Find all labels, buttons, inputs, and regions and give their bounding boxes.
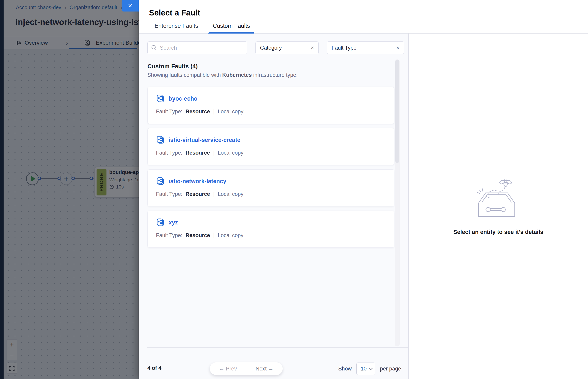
fault-copy-label: Local copy [218,150,243,156]
close-icon: × [128,1,132,10]
faults-list-panel: Category × Fault Type × Custom Faults (4… [139,33,409,379]
prev-button[interactable]: ← Prev [210,362,246,375]
fault-tabs: Enterprise Faults Custom Faults [139,22,588,33]
tab-enterprise-faults[interactable]: Enterprise Faults [154,23,199,33]
pagination: 4 of 4 ← Prev Next → Show 10 per page [139,348,408,379]
close-button[interactable]: × [122,0,139,12]
fault-template-icon [156,136,165,144]
fault-type-value: Resource [185,150,210,156]
category-filter[interactable]: Category × [255,42,319,54]
empty-state-illustration [475,177,521,221]
next-button[interactable]: Next → [246,362,283,375]
search-input[interactable] [147,42,247,54]
fault-type-label: Fault Type: [156,109,182,115]
fault-name-link[interactable]: xyz [169,219,178,226]
fault-type-value: Resource [185,191,210,197]
fault-card[interactable]: istio-virtual-service-create Fault Type:… [147,128,394,165]
fault-copy-label: Local copy [218,232,243,238]
scrollbar-thumb[interactable] [395,60,399,163]
modal-header: Select a Fault [139,0,588,17]
tab-custom-faults[interactable]: Custom Faults [212,23,251,33]
select-fault-modal: × Select a Fault Enterprise Faults Custo… [139,0,588,379]
meta-separator: | [213,232,215,238]
fault-type-filter[interactable]: Fault Type × [327,42,404,54]
fault-template-icon [156,94,165,103]
page-size-select[interactable]: 10 [356,363,375,375]
fault-card[interactable]: istio-network-latency Fault Type: Resour… [147,170,394,206]
section-subtext: Showing faults compatible with Kubernete… [147,72,408,78]
clear-fault-type-icon[interactable]: × [396,45,400,51]
fault-detail-panel: Select an entity to see it's details [409,33,588,379]
fault-type-label: Fault Type: [156,232,182,238]
per-page-label: per page [380,366,401,372]
search-box [147,42,247,54]
fault-type-value: Resource [185,232,210,238]
clear-category-icon[interactable]: × [310,45,314,51]
fault-type-label: Fault Type: [156,191,182,197]
meta-separator: | [213,109,215,115]
modal-title: Select a Fault [149,8,588,17]
fault-copy-label: Local copy [218,191,243,197]
fault-name-link[interactable]: byoc-echo [169,95,198,102]
filters-row: Category × Fault Type × [139,33,408,59]
empty-state-text: Select an entity to see it's details [453,229,543,235]
list-scrollbar[interactable] [395,59,400,347]
fault-name-link[interactable]: istio-virtual-service-create [169,137,240,143]
fault-type-label: Fault Type: [156,150,182,156]
fault-template-icon [156,218,165,227]
fault-template-icon [156,177,165,186]
meta-separator: | [213,150,215,156]
pager-buttons: ← Prev Next → [210,362,283,375]
fault-card[interactable]: xyz Fault Type: Resource | Local copy [147,211,394,248]
fault-card[interactable]: byoc-echo Fault Type: Resource | Local c… [147,87,394,124]
active-tab-underline [208,32,254,33]
faults-scroll-area[interactable]: Custom Faults (4) Showing faults compati… [147,59,408,348]
page-size-group: Show 10 per page [338,362,401,375]
meta-separator: | [213,191,215,197]
search-icon [151,45,157,51]
show-label: Show [338,366,352,372]
fault-name-link[interactable]: istio-network-latency [169,178,226,185]
page-count: 4 of 4 [147,365,162,371]
fault-copy-label: Local copy [218,109,243,115]
fault-type-value: Resource [185,109,210,115]
section-heading: Custom Faults (4) [147,63,408,70]
chevron-down-icon [369,366,373,370]
fault-cards: byoc-echo Fault Type: Resource | Local c… [147,87,394,248]
